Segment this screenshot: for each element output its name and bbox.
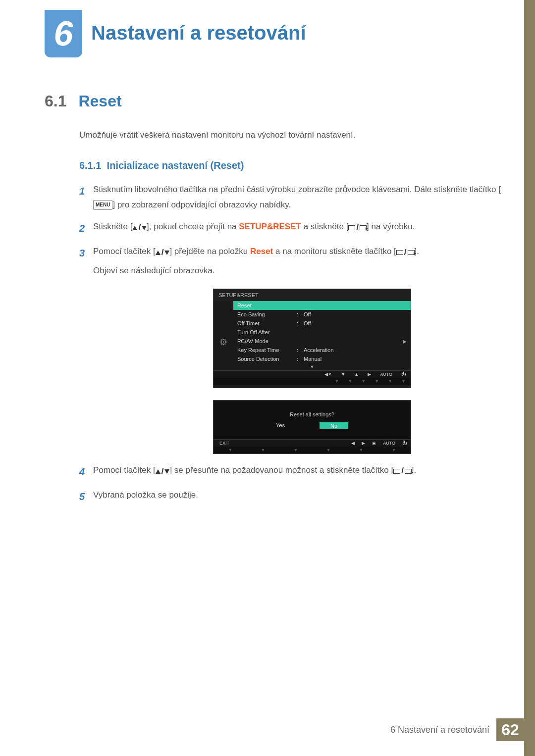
chapter-badge: 6 [45,10,82,57]
osd-menu-item: Source Detection:Manual [233,354,411,363]
osd-nav: ◀✕ ▼ ▲ ▶ AUTO ⏻ [214,370,411,378]
up-down-icon: / [156,245,170,260]
step-2: 2 Stiskněte [/], pokud chcete přejít na … [79,219,505,237]
up-down-icon: / [156,464,170,479]
osd-nav-sub: ▼▼▼▼▼▼ [214,378,411,385]
section-number: 6.1 [45,92,76,110]
osd-title: SETUP&RESET [214,289,411,301]
enter-icon: / [348,220,367,236]
chapter-title: Nastavení a resetování [91,22,306,44]
subsection-title: 6.1.1 Inicializace nastavení (Reset) [79,160,505,171]
osd-menu-item: PC/AV Mode [233,337,411,346]
section-header: 6.1 Reset [45,92,505,110]
osd-figure: SETUP&RESET ⚙ ResetEco Saving:OffOff Tim… [213,289,411,454]
caret-down-icon: ▼ [214,363,411,370]
up-down-icon: / [132,220,147,236]
steps-list: 1 Stisknutím libovolného tlačítka na pře… [79,182,505,505]
step-5: 5 Vybraná položka se použije. [79,488,505,505]
footer-label: 6 Nastavení a resetování [390,725,489,735]
osd-menu-item: Key Repeat Time:Acceleration [233,346,411,354]
osd-menu-item: Turn Off After [233,328,411,337]
step-num: 4 [79,463,93,481]
enter-icon: / [396,245,415,260]
osd-nav-sub: ▼▼▼▼▼▼ [214,447,411,454]
footer: 6 Nastavení a resetování 62 [390,718,524,741]
step-num: 1 [79,182,93,212]
menu-button-icon: MENU [93,200,112,210]
step-num: 5 [79,488,93,505]
enter-icon: / [393,463,412,479]
osd-menu-item: Eco Saving:Off [233,310,411,319]
osd-menu-item: Off Timer:Off [233,319,411,328]
osd-nav: EXIT ◀ ▶ ◉ AUTO ⏻ [214,439,411,447]
osd-reset-dialog: Reset all settings? Yes No EXIT ◀ ▶ ◉ AU… [213,400,411,454]
section-description: Umožňuje vrátit veškerá nastavení monito… [79,130,505,140]
gear-icon: ⚙ [214,301,233,363]
osd-setup-reset: SETUP&RESET ⚙ ResetEco Saving:OffOff Tim… [213,289,411,388]
osd-menu-item: Reset [233,301,411,310]
step-3: 3 Pomocí tlačítek [/] přejděte na položk… [79,244,505,278]
page-number: 62 [496,718,524,741]
step-1: 1 Stisknutím libovolného tlačítka na pře… [79,182,505,212]
section-block: 6.1 Reset Umožňuje vrátit veškerá nastav… [45,92,505,512]
right-stripe [524,0,535,756]
highlight-reset: Reset [250,247,273,256]
dialog-no: No [320,422,348,429]
section-title: Reset [78,92,121,110]
dialog-yes: Yes [276,422,285,429]
dialog-question: Reset all settings? [214,401,411,422]
caret-right-icon: ▶ [403,339,407,344]
step-num: 2 [79,219,93,237]
step-num: 3 [79,244,93,278]
highlight-setup-reset: SETUP&RESET [239,222,301,231]
step-4: 4 Pomocí tlačítek [/] se přesuňte na pož… [79,463,505,481]
